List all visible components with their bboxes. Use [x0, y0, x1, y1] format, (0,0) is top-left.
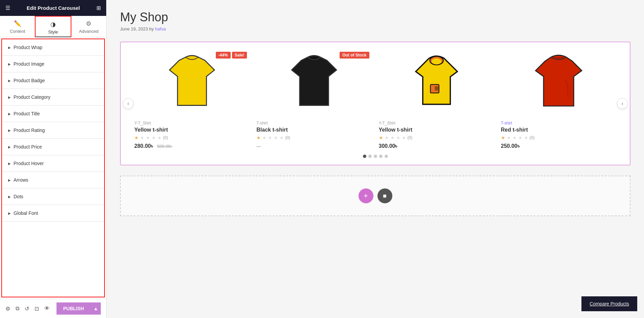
tab-bar: ✏️ Content ◑ Style ⚙ Advanced	[0, 16, 106, 37]
star-3: ★	[390, 135, 395, 140]
arrow-icon: ▶	[8, 211, 11, 215]
product-card-3: Y-T_Shirt Yellow t-shirt ★ ★ ★ ★ ★ (0) 3…	[379, 49, 494, 149]
star-4: ★	[396, 135, 400, 140]
star-1: ★	[379, 135, 383, 140]
dot-2[interactable]	[368, 155, 372, 158]
tab-advanced-label: Advanced	[79, 29, 98, 34]
dot-4[interactable]	[379, 155, 383, 158]
accordion-global-font: ▶ Global Font	[2, 205, 104, 222]
tab-advanced[interactable]: ⚙ Advanced	[71, 16, 106, 37]
product-image-3[interactable]	[379, 49, 494, 117]
star-5: ★	[279, 135, 284, 140]
product-image-wrap-3	[379, 49, 494, 117]
carousel-track: -44% Sale! Y-T_Shirt Yellow t-shirt ★ ★ …	[134, 49, 616, 149]
star-2: ★	[385, 135, 389, 140]
product-rating-2: ★ ★ ★ ★ ★ (0)	[256, 135, 372, 140]
sidebar-title: Edit Product Carousel	[27, 5, 80, 11]
carousel-arrow-left[interactable]: ‹	[123, 98, 134, 109]
accordion-header-product-rating[interactable]: ▶ Product Rating	[2, 122, 104, 138]
tab-style-label: Style	[48, 29, 58, 35]
badge-group-1: -44% Sale!	[216, 52, 247, 59]
product-image-wrap-1: -44% Sale!	[134, 49, 250, 117]
carousel-dots	[134, 155, 616, 158]
accordion-dots: ▶ Dots	[2, 188, 104, 205]
accordion-header-product-category[interactable]: ▶ Product Category	[2, 89, 104, 105]
product-price-1: 280.00৳ 500.00৳	[134, 143, 250, 149]
grid-icon[interactable]: ⊞	[96, 5, 101, 11]
product-title-2[interactable]: Black t-shirt	[256, 127, 372, 133]
compare-products-button[interactable]: Compare Products	[581, 296, 637, 311]
accordion-product-price: ▶ Product Price	[2, 139, 104, 155]
accordion-header-product-price[interactable]: ▶ Product Price	[2, 139, 104, 155]
arrow-icon: ▶	[8, 145, 11, 149]
product-title-3[interactable]: Yellow t-shirt	[379, 127, 494, 133]
star-3: ★	[268, 135, 272, 140]
product-image-4[interactable]	[501, 49, 616, 117]
accordion-label-dots: Dots	[14, 194, 23, 199]
arrow-icon: ▶	[8, 162, 11, 165]
style-icon: ◑	[50, 21, 56, 28]
accordion-header-product-title[interactable]: ▶ Product Title	[2, 106, 104, 122]
accordion-label-product-image: Product Image	[14, 61, 44, 67]
product-price-4: 250.00৳	[501, 143, 616, 149]
rating-count-4: (0)	[530, 135, 535, 140]
accordion-header-arrows[interactable]: ▶ Arrows	[2, 172, 104, 188]
dot-5[interactable]	[385, 155, 388, 158]
star-1: ★	[501, 135, 505, 140]
stop-button[interactable]: ■	[377, 188, 392, 203]
publish-chevron[interactable]: ▲	[91, 302, 101, 315]
add-block-button[interactable]: +	[359, 188, 373, 203]
product-title-4[interactable]: Red t-shirt	[501, 127, 616, 133]
product-price-2: —	[256, 143, 372, 149]
hamburger-icon[interactable]: ☰	[5, 5, 10, 11]
product-image-1[interactable]	[134, 49, 250, 117]
history-icon[interactable]: ↺	[25, 305, 29, 312]
accordion-header-product-wrap[interactable]: ▶ Product Wrap	[2, 39, 104, 55]
accordion-header-product-hover[interactable]: ▶ Product Hover	[2, 155, 104, 172]
product-carousel: ‹ › -44% Sale!	[120, 42, 630, 165]
dot-1[interactable]	[363, 155, 366, 158]
author-link[interactable]: hafsa	[155, 26, 166, 31]
product-title-1[interactable]: Yellow t-shirt	[134, 127, 250, 133]
product-image-wrap-2: Out of Stock	[256, 49, 372, 117]
rating-count-1: (0)	[163, 135, 168, 140]
accordion-header-product-image[interactable]: ▶ Product Image	[2, 56, 104, 72]
product-price-3: 300.00৳	[379, 143, 494, 149]
product-category-3: Y-T_Shirt	[379, 121, 494, 126]
publish-button[interactable]: PUBLISH	[56, 302, 91, 315]
accordion-product-rating: ▶ Product Rating	[2, 122, 104, 139]
accordion-arrows: ▶ Arrows	[2, 172, 104, 188]
settings-icon[interactable]: ⚙	[5, 305, 10, 312]
star-2: ★	[262, 135, 267, 140]
product-image-2[interactable]	[256, 49, 372, 117]
accordion-label-global-font: Global Font	[14, 210, 38, 216]
star-5: ★	[524, 135, 528, 140]
accordion-label-arrows: Arrows	[14, 177, 28, 183]
accordion-header-dots[interactable]: ▶ Dots	[2, 188, 104, 205]
star-1: ★	[134, 135, 139, 140]
original-price-1: 500.00৳	[157, 144, 172, 149]
preview-icon[interactable]: 👁	[44, 305, 50, 312]
product-rating-4: ★ ★ ★ ★ ★ (0)	[501, 135, 616, 140]
app-wrapper: ☰ Edit Product Carousel ⊞ ✏️ Content ◑ S…	[0, 0, 644, 318]
accordion-label-product-wrap: Product Wrap	[14, 45, 42, 50]
arrow-icon: ▶	[8, 95, 11, 99]
layers-icon[interactable]: ⧉	[16, 305, 19, 312]
accordion-product-image: ▶ Product Image	[2, 56, 104, 72]
product-category-4: T-shirt	[501, 121, 616, 126]
star-5: ★	[157, 135, 162, 140]
star-3: ★	[512, 135, 517, 140]
sidebar: ☰ Edit Product Carousel ⊞ ✏️ Content ◑ S…	[0, 0, 107, 318]
bottom-section: + ■	[120, 176, 630, 216]
tab-style[interactable]: ◑ Style	[35, 16, 71, 37]
tab-content[interactable]: ✏️ Content	[0, 16, 35, 37]
accordion-product-badge: ▶ Product Badge	[2, 72, 104, 89]
dot-3[interactable]	[374, 155, 377, 158]
responsive-icon[interactable]: ⊡	[34, 305, 39, 312]
star-1: ★	[256, 135, 261, 140]
accordion-label-product-title: Product Title	[14, 111, 40, 116]
product-card-4: T-shirt Red t-shirt ★ ★ ★ ★ ★ (0) 250.00…	[501, 49, 616, 149]
accordion-header-global-font[interactable]: ▶ Global Font	[2, 205, 104, 221]
carousel-arrow-right[interactable]: ›	[617, 98, 628, 109]
accordion-header-product-badge[interactable]: ▶ Product Badge	[2, 72, 104, 89]
